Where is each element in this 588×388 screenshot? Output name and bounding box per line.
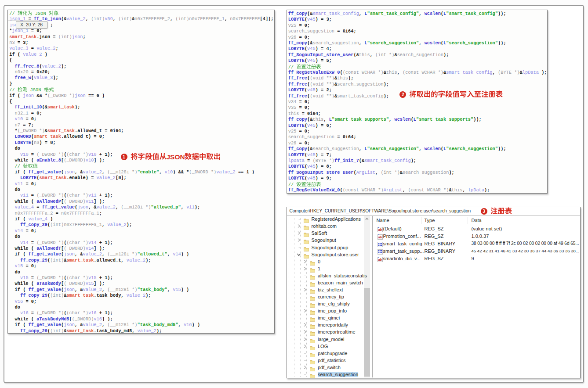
svg-text:ab: ab — [378, 257, 382, 262]
svg-text:ab: ab — [378, 235, 382, 239]
svg-text:ab: ab — [378, 227, 382, 232]
